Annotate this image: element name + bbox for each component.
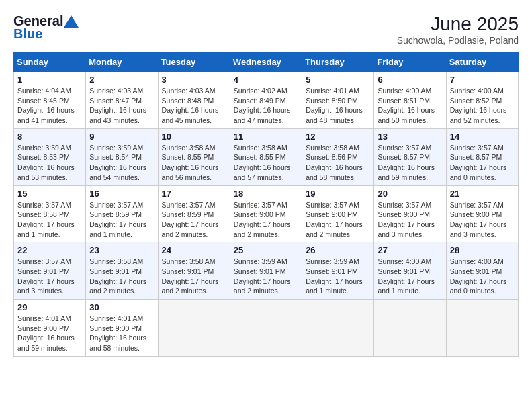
col-header-sunday: Sunday bbox=[14, 53, 86, 72]
day-cell: 9Sunrise: 3:59 AM Sunset: 8:54 PM Daylig… bbox=[86, 128, 158, 185]
day-number: 17 bbox=[162, 189, 226, 199]
day-cell: 17Sunrise: 3:57 AM Sunset: 8:59 PM Dayli… bbox=[158, 185, 230, 242]
day-info: Sunrise: 3:58 AM Sunset: 8:55 PM Dayligh… bbox=[234, 143, 298, 183]
day-number: 12 bbox=[306, 132, 370, 142]
day-cell bbox=[158, 300, 230, 357]
day-number: 2 bbox=[89, 75, 154, 85]
day-cell: 26Sunrise: 3:59 AM Sunset: 9:01 PM Dayli… bbox=[302, 242, 374, 300]
day-number: 3 bbox=[162, 75, 226, 85]
day-number: 16 bbox=[89, 189, 154, 199]
day-info: Sunrise: 3:58 AM Sunset: 8:56 PM Dayligh… bbox=[306, 143, 370, 183]
day-number: 15 bbox=[17, 189, 82, 199]
day-info: Sunrise: 4:00 AM Sunset: 8:51 PM Dayligh… bbox=[378, 86, 442, 126]
day-info: Sunrise: 3:57 AM Sunset: 8:57 PM Dayligh… bbox=[378, 143, 442, 183]
day-number: 20 bbox=[378, 189, 442, 199]
col-header-tuesday: Tuesday bbox=[158, 53, 230, 72]
day-info: Sunrise: 3:58 AM Sunset: 9:01 PM Dayligh… bbox=[162, 257, 226, 296]
day-cell: 5Sunrise: 4:01 AM Sunset: 8:50 PM Daylig… bbox=[302, 72, 374, 129]
day-cell: 6Sunrise: 4:00 AM Sunset: 8:51 PM Daylig… bbox=[374, 72, 446, 129]
day-cell: 22Sunrise: 3:57 AM Sunset: 9:01 PM Dayli… bbox=[14, 242, 86, 300]
day-number: 23 bbox=[89, 245, 154, 255]
day-number: 25 bbox=[234, 245, 298, 255]
day-info: Sunrise: 3:57 AM Sunset: 8:57 PM Dayligh… bbox=[450, 143, 515, 183]
week-row-4: 22Sunrise: 3:57 AM Sunset: 9:01 PM Dayli… bbox=[14, 242, 519, 300]
day-info: Sunrise: 3:59 AM Sunset: 9:01 PM Dayligh… bbox=[306, 257, 370, 296]
day-number: 8 bbox=[17, 132, 82, 142]
day-cell: 11Sunrise: 3:58 AM Sunset: 8:55 PM Dayli… bbox=[230, 128, 302, 185]
day-number: 11 bbox=[234, 132, 298, 142]
day-number: 22 bbox=[17, 245, 82, 255]
day-info: Sunrise: 4:01 AM Sunset: 8:50 PM Dayligh… bbox=[306, 86, 370, 126]
day-info: Sunrise: 3:57 AM Sunset: 9:00 PM Dayligh… bbox=[450, 200, 515, 240]
day-cell: 14Sunrise: 3:57 AM Sunset: 8:57 PM Dayli… bbox=[446, 128, 518, 185]
day-cell bbox=[446, 300, 518, 357]
day-number: 18 bbox=[234, 189, 298, 199]
day-number: 30 bbox=[89, 302, 154, 312]
col-header-wednesday: Wednesday bbox=[230, 53, 302, 72]
week-row-2: 8Sunrise: 3:59 AM Sunset: 8:53 PM Daylig… bbox=[14, 128, 519, 185]
month-title: June 2025 bbox=[397, 13, 519, 35]
day-info: Sunrise: 4:00 AM Sunset: 9:01 PM Dayligh… bbox=[378, 257, 442, 296]
day-info: Sunrise: 3:59 AM Sunset: 8:53 PM Dayligh… bbox=[17, 143, 82, 183]
day-cell: 20Sunrise: 3:57 AM Sunset: 9:00 PM Dayli… bbox=[374, 185, 446, 242]
week-row-1: 1Sunrise: 4:04 AM Sunset: 8:45 PM Daylig… bbox=[14, 72, 519, 129]
day-info: Sunrise: 3:57 AM Sunset: 8:59 PM Dayligh… bbox=[89, 200, 154, 240]
day-info: Sunrise: 3:57 AM Sunset: 9:00 PM Dayligh… bbox=[234, 200, 298, 240]
day-cell: 16Sunrise: 3:57 AM Sunset: 8:59 PM Dayli… bbox=[86, 185, 158, 242]
day-number: 27 bbox=[378, 245, 442, 255]
day-info: Sunrise: 4:00 AM Sunset: 8:52 PM Dayligh… bbox=[450, 86, 515, 126]
day-number: 6 bbox=[378, 75, 442, 85]
day-cell: 12Sunrise: 3:58 AM Sunset: 8:56 PM Dayli… bbox=[302, 128, 374, 185]
day-info: Sunrise: 4:04 AM Sunset: 8:45 PM Dayligh… bbox=[17, 86, 82, 126]
day-cell: 25Sunrise: 3:59 AM Sunset: 9:01 PM Dayli… bbox=[230, 242, 302, 300]
day-cell: 23Sunrise: 3:58 AM Sunset: 9:01 PM Dayli… bbox=[86, 242, 158, 300]
day-number: 14 bbox=[450, 132, 515, 142]
page-header: General Blue June 2025 Suchowola, Podlas… bbox=[13, 13, 519, 46]
day-number: 19 bbox=[306, 189, 370, 199]
week-row-3: 15Sunrise: 3:57 AM Sunset: 8:58 PM Dayli… bbox=[14, 185, 519, 242]
day-cell: 27Sunrise: 4:00 AM Sunset: 9:01 PM Dayli… bbox=[374, 242, 446, 300]
col-header-saturday: Saturday bbox=[446, 53, 518, 72]
location: Suchowola, Podlasie, Poland bbox=[397, 35, 519, 46]
day-info: Sunrise: 4:03 AM Sunset: 8:48 PM Dayligh… bbox=[162, 86, 226, 126]
col-header-friday: Friday bbox=[374, 53, 446, 72]
day-cell: 19Sunrise: 3:57 AM Sunset: 9:00 PM Dayli… bbox=[302, 185, 374, 242]
day-number: 26 bbox=[306, 245, 370, 255]
day-info: Sunrise: 3:57 AM Sunset: 9:01 PM Dayligh… bbox=[17, 257, 82, 296]
svg-marker-0 bbox=[64, 15, 79, 28]
day-cell bbox=[230, 300, 302, 357]
day-info: Sunrise: 4:01 AM Sunset: 9:00 PM Dayligh… bbox=[89, 314, 154, 353]
day-info: Sunrise: 3:57 AM Sunset: 8:58 PM Dayligh… bbox=[17, 200, 82, 240]
logo-icon bbox=[64, 15, 79, 28]
day-cell: 4Sunrise: 4:02 AM Sunset: 8:49 PM Daylig… bbox=[230, 72, 302, 129]
day-number: 5 bbox=[306, 75, 370, 85]
logo-blue: Blue bbox=[13, 26, 42, 42]
day-cell: 28Sunrise: 4:00 AM Sunset: 9:01 PM Dayli… bbox=[446, 242, 518, 300]
day-info: Sunrise: 4:02 AM Sunset: 8:49 PM Dayligh… bbox=[234, 86, 298, 126]
day-number: 24 bbox=[162, 245, 226, 255]
day-info: Sunrise: 3:58 AM Sunset: 8:55 PM Dayligh… bbox=[162, 143, 226, 183]
day-number: 4 bbox=[234, 75, 298, 85]
day-cell: 2Sunrise: 4:03 AM Sunset: 8:47 PM Daylig… bbox=[86, 72, 158, 129]
day-cell: 8Sunrise: 3:59 AM Sunset: 8:53 PM Daylig… bbox=[14, 128, 86, 185]
title-block: June 2025 Suchowola, Podlasie, Poland bbox=[397, 13, 519, 46]
day-cell: 7Sunrise: 4:00 AM Sunset: 8:52 PM Daylig… bbox=[446, 72, 518, 129]
day-info: Sunrise: 3:57 AM Sunset: 9:00 PM Dayligh… bbox=[306, 200, 370, 240]
calendar-header-row: SundayMondayTuesdayWednesdayThursdayFrid… bbox=[14, 53, 519, 72]
day-cell: 21Sunrise: 3:57 AM Sunset: 9:00 PM Dayli… bbox=[446, 185, 518, 242]
day-cell: 18Sunrise: 3:57 AM Sunset: 9:00 PM Dayli… bbox=[230, 185, 302, 242]
logo: General Blue bbox=[13, 13, 79, 42]
day-info: Sunrise: 3:57 AM Sunset: 8:59 PM Dayligh… bbox=[162, 200, 226, 240]
day-number: 7 bbox=[450, 75, 515, 85]
day-info: Sunrise: 3:57 AM Sunset: 9:00 PM Dayligh… bbox=[378, 200, 442, 240]
day-number: 29 bbox=[17, 302, 82, 312]
day-cell bbox=[302, 300, 374, 357]
day-number: 1 bbox=[17, 75, 82, 85]
day-cell: 24Sunrise: 3:58 AM Sunset: 9:01 PM Dayli… bbox=[158, 242, 230, 300]
col-header-monday: Monday bbox=[86, 53, 158, 72]
day-number: 13 bbox=[378, 132, 442, 142]
day-number: 10 bbox=[162, 132, 226, 142]
day-info: Sunrise: 3:58 AM Sunset: 9:01 PM Dayligh… bbox=[89, 257, 154, 296]
day-cell: 13Sunrise: 3:57 AM Sunset: 8:57 PM Dayli… bbox=[374, 128, 446, 185]
day-cell: 10Sunrise: 3:58 AM Sunset: 8:55 PM Dayli… bbox=[158, 128, 230, 185]
